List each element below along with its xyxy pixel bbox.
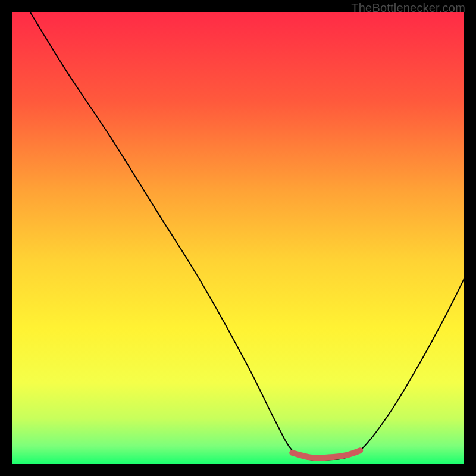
gradient-background	[12, 12, 464, 464]
chart-frame: TheBottlenecker.com	[0, 0, 476, 476]
plot-area	[12, 12, 464, 464]
chart-svg	[12, 12, 464, 464]
